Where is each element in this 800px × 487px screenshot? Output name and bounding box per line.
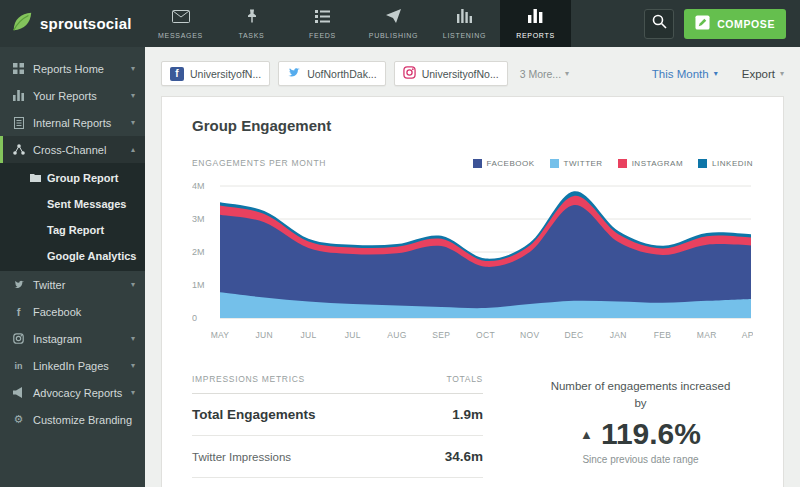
share-network-icon — [12, 144, 25, 155]
instagram-camera-icon — [12, 333, 25, 344]
nav-label: FEEDS — [309, 32, 336, 39]
chevron-down-icon: ▾ — [131, 280, 135, 289]
sidebar-item-facebook[interactable]: f Facebook — [0, 298, 145, 325]
stat-caption: Since previous date range — [528, 454, 753, 465]
sidebar-item-label: Instagram — [33, 333, 82, 345]
grid-icon — [12, 63, 25, 74]
stacked-area-chart: 01M2M3M4MMAYJUNJULJULAUGSEPOCTNOVDECJANF… — [192, 178, 753, 350]
document-icon — [12, 117, 25, 129]
main-content: f UniversityofN... UofNorthDak... Univer… — [145, 47, 800, 487]
sidebar-item-linkedin-pages[interactable]: in LinkedIn Pages ▾ — [0, 352, 145, 379]
chevron-down-icon: ▾ — [131, 388, 135, 397]
sidebar-subitem-sent-messages[interactable]: Sent Messages — [0, 191, 145, 217]
search-icon — [652, 14, 667, 33]
profile-chip-instagram[interactable]: UniversityofNo... — [394, 61, 508, 86]
envelope-icon — [172, 9, 190, 27]
chevron-down-icon: ▾ — [131, 361, 135, 370]
linkedin-in-icon: in — [12, 361, 25, 371]
sidebar-subitem-label: Google Analytics — [47, 250, 136, 262]
profile-chip-twitter[interactable]: UofNorthDak... — [278, 61, 385, 86]
chart-icon — [12, 90, 25, 101]
search-button[interactable] — [644, 9, 674, 39]
svg-text:JUL: JUL — [300, 330, 316, 340]
metrics-section: IMPRESSIONS METRICS TOTALS Total Engagem… — [192, 374, 753, 478]
page-title: Group Engagement — [192, 117, 753, 134]
sidebar-item-reports-home[interactable]: Reports Home ▾ — [0, 55, 145, 82]
nav-label: TASKS — [239, 32, 265, 39]
linkedin-swatch-icon — [698, 159, 707, 168]
svg-text:2M: 2M — [192, 247, 205, 257]
nav-messages[interactable]: MESSAGES — [145, 0, 216, 47]
nav-publishing[interactable]: PUBLISHING — [358, 0, 429, 47]
metrics-header-left: IMPRESSIONS METRICS — [192, 374, 305, 384]
legend-facebook[interactable]: FACEBOOK — [473, 159, 535, 168]
chevron-down-icon: ▾ — [131, 91, 135, 100]
metric-value: 1.9m — [452, 407, 483, 422]
sidebar-item-internal-reports[interactable]: Internal Reports ▾ — [0, 109, 145, 136]
more-profiles-label: 3 More... — [520, 68, 561, 80]
table-row: Twitter Impressions 34.6m — [192, 436, 483, 478]
metric-label: Total Engagements — [192, 407, 316, 422]
svg-text:MAY: MAY — [211, 330, 230, 340]
more-profiles-link[interactable]: 3 More... ▾ — [520, 68, 569, 80]
sidebar-item-label: Twitter — [33, 279, 65, 291]
report-card: Group Engagement ENGAGEMENTS PER MONTH F… — [161, 96, 784, 487]
profile-name: UofNorthDak... — [307, 68, 376, 80]
svg-text:AUG: AUG — [387, 330, 406, 340]
twitter-icon — [287, 66, 301, 81]
cross-channel-submenu: Group Report Sent Messages Tag Report Go… — [0, 163, 145, 271]
facebook-f-icon: f — [12, 306, 25, 318]
sidebar-subitem-label: Sent Messages — [47, 198, 126, 210]
legend-instagram[interactable]: INSTAGRAM — [618, 159, 683, 168]
instagram-icon — [403, 66, 416, 81]
sidebar-item-cross-channel[interactable]: Cross-Channel ▴ — [0, 136, 145, 163]
sidebar-subitem-group-report[interactable]: Group Report — [0, 165, 145, 191]
compose-label: COMPOSE — [717, 18, 775, 30]
nav-reports[interactable]: REPORTS — [500, 0, 571, 47]
megaphone-icon — [12, 387, 25, 398]
table-row: Total Engagements 1.9m — [192, 394, 483, 436]
sidebar-subitem-google-analytics[interactable]: Google Analytics — [0, 243, 145, 269]
legend-twitter[interactable]: TWITTER — [550, 159, 603, 168]
sidebar-item-twitter[interactable]: Twitter ▾ — [0, 271, 145, 298]
chevron-down-icon: ▾ — [714, 69, 718, 78]
chevron-down-icon: ▾ — [131, 118, 135, 127]
sidebar-item-label: Cross-Channel — [33, 144, 106, 156]
sidebar-item-label: Facebook — [33, 306, 81, 318]
export-dropdown[interactable]: Export ▾ — [742, 68, 784, 80]
profile-name: UniversityofN... — [190, 68, 261, 80]
compose-button[interactable]: COMPOSE — [684, 9, 786, 39]
date-range-dropdown[interactable]: This Month ▾ — [652, 68, 718, 80]
instagram-swatch-icon — [618, 159, 627, 168]
equalizer-icon — [457, 9, 472, 27]
gear-icon: ⚙ — [12, 413, 25, 426]
increase-arrow-icon: ▲ — [580, 427, 593, 442]
nav-tasks[interactable]: TASKS — [216, 0, 287, 47]
legend-label: FACEBOOK — [487, 159, 535, 168]
sidebar-item-advocacy-reports[interactable]: Advocacy Reports ▾ — [0, 379, 145, 406]
sidebar-item-instagram[interactable]: Instagram ▾ — [0, 325, 145, 352]
nav-label: REPORTS — [516, 32, 555, 39]
date-range-label: This Month — [652, 68, 709, 80]
topnav-right: COMPOSE — [644, 0, 800, 47]
legend-label: LINKEDIN — [712, 159, 753, 168]
svg-text:APR: APR — [742, 330, 753, 340]
sidebar-subitem-tag-report[interactable]: Tag Report — [0, 217, 145, 243]
profile-chip-facebook[interactable]: f UniversityofN... — [161, 61, 270, 86]
nav-listening[interactable]: LISTENING — [429, 0, 500, 47]
svg-text:MAR: MAR — [697, 330, 717, 340]
nav-feeds[interactable]: FEEDS — [287, 0, 358, 47]
svg-text:0: 0 — [192, 313, 197, 323]
sidebar-item-label: Your Reports — [33, 90, 97, 102]
sidebar-item-customize-branding[interactable]: ⚙ Customize Branding — [0, 406, 145, 433]
pushpin-icon — [245, 9, 259, 27]
sidebar-item-your-reports[interactable]: Your Reports ▾ — [0, 82, 145, 109]
svg-text:SEP: SEP — [432, 330, 450, 340]
sprout-logo[interactable]: sproutsocial — [0, 0, 145, 47]
metrics-table: IMPRESSIONS METRICS TOTALS Total Engagem… — [192, 374, 483, 478]
legend-linkedin[interactable]: LINKEDIN — [698, 159, 753, 168]
brand-name: sproutsocial — [40, 15, 132, 32]
profile-name: UniversityofNo... — [422, 68, 499, 80]
svg-text:NOV: NOV — [520, 330, 539, 340]
svg-text:JAN: JAN — [610, 330, 627, 340]
